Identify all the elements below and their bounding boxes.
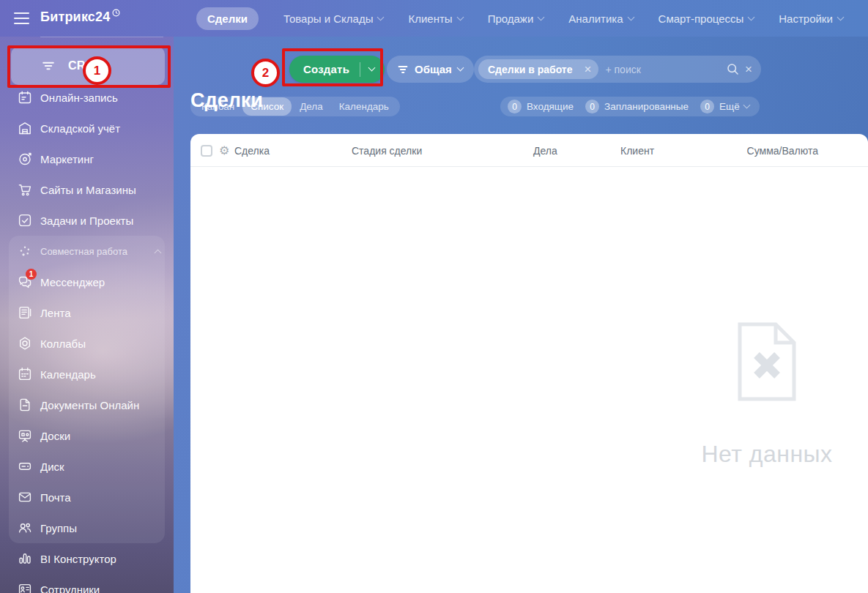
sidebar-item-mail[interactable]: Почта xyxy=(0,482,174,512)
funnel-icon xyxy=(40,58,57,74)
calendar-icon xyxy=(16,365,34,383)
filter-chip[interactable]: Сделки в работе × xyxy=(478,59,598,79)
sidebar-menu: Онлайн-запись Складской учёт Маркетинг С… xyxy=(0,82,174,593)
sidebar-item-inventory[interactable]: Складской учёт xyxy=(0,113,174,143)
funnel-selector-button[interactable]: Общая xyxy=(387,56,474,83)
funnel-icon xyxy=(397,64,409,75)
column-header-stage[interactable]: Стадия сделки xyxy=(352,134,422,167)
search-icon[interactable] xyxy=(727,63,739,75)
counter-planned[interactable]: 0 Запланированные xyxy=(585,100,689,113)
hamburger-menu-icon[interactable] xyxy=(14,12,29,24)
chevron-down-icon xyxy=(837,13,844,20)
target-icon xyxy=(16,150,34,168)
counter-badge: 0 xyxy=(585,100,599,113)
bitrix24-app: Битрикс24 Сделки Товары и Склады Клиенты… xyxy=(0,0,868,593)
empty-state: Нет данных xyxy=(661,321,868,468)
sidebar-section-collaboration[interactable]: Совместная работа xyxy=(0,236,174,266)
sidebar-item-sites-stores[interactable]: Сайты и Магазины xyxy=(0,174,174,205)
tab-activities[interactable]: Дела xyxy=(292,97,331,116)
chevron-down-icon xyxy=(748,13,755,20)
unread-count-badge: 1 xyxy=(26,269,37,280)
create-button[interactable]: Создать xyxy=(289,56,385,83)
sidebar-item-employees[interactable]: Сотрудники xyxy=(0,574,174,593)
sidebar-item-groups[interactable]: Группы xyxy=(0,512,174,543)
feed-icon xyxy=(16,304,34,321)
app-logo[interactable]: Битрикс24 xyxy=(40,10,118,25)
document-icon xyxy=(16,396,34,414)
chevron-down-icon xyxy=(627,13,634,20)
annotation-step2-number: 2 xyxy=(251,59,280,87)
sidebar-item-drive[interactable]: Диск xyxy=(0,451,174,482)
logo-text: Битрикс24 xyxy=(40,10,110,24)
sidebar-item-boards[interactable]: Доски xyxy=(0,420,174,451)
no-data-document-icon xyxy=(735,321,799,403)
column-header-client[interactable]: Клиент xyxy=(620,134,654,167)
empty-state-text: Нет данных xyxy=(661,441,868,468)
counters-group: 0 Входящие 0 Запланированные 0 Ещё xyxy=(500,97,760,116)
chevron-down-icon xyxy=(743,102,750,109)
counter-badge: 0 xyxy=(700,100,714,113)
counter-incoming[interactable]: 0 Входящие xyxy=(508,100,574,113)
calendar-clock-icon xyxy=(16,89,34,106)
chevron-down-icon xyxy=(456,64,464,72)
sidebar-item-collabs[interactable]: Коллабы xyxy=(0,328,174,359)
column-header-deal[interactable]: Сделка xyxy=(234,134,270,167)
hexagon-icon xyxy=(16,335,34,352)
sidebar-item-online-booking[interactable]: Онлайн-запись xyxy=(0,82,174,113)
chevron-down-icon xyxy=(456,13,464,20)
clear-search-icon[interactable]: × xyxy=(745,63,752,75)
search-placeholder: + поиск xyxy=(605,64,727,75)
sidebar-item-calendar[interactable]: Календарь xyxy=(0,359,174,389)
filter-search-bar[interactable]: Сделки в работе × + поиск × xyxy=(474,56,761,83)
chevron-up-icon xyxy=(155,249,162,256)
deals-table: ⚙ Сделка Стадия сделки Дела Клиент Сумма… xyxy=(190,134,868,593)
top-nav: Сделки Товары и Склады Клиенты Продажи А… xyxy=(196,0,868,37)
chevron-down-icon xyxy=(538,13,545,20)
sidebar-item-messenger[interactable]: 1 Мессенджер xyxy=(0,266,174,297)
sidebar-item-bi-builder[interactable]: BI Конструктор xyxy=(0,543,174,574)
id-card-icon xyxy=(16,581,34,593)
topbar: Битрикс24 Сделки Товары и Склады Клиенты… xyxy=(0,0,868,37)
drive-icon xyxy=(16,458,34,475)
select-all-checkbox[interactable] xyxy=(201,134,212,167)
nav-smart-processes[interactable]: Смарт-процессы xyxy=(659,12,754,25)
column-header-activity[interactable]: Дела xyxy=(533,134,557,167)
cart-icon xyxy=(16,181,34,198)
dots-circle-icon xyxy=(16,242,34,260)
create-dropdown-arrow[interactable] xyxy=(360,68,385,70)
tab-list[interactable]: Список xyxy=(242,97,292,116)
nav-deals[interactable]: Сделки xyxy=(196,7,259,30)
sidebar-item-online-documents[interactable]: Документы Онлайн xyxy=(0,389,174,420)
mail-icon xyxy=(16,488,34,506)
checkbox-icon xyxy=(16,212,34,229)
column-header-amount[interactable]: Сумма/Валюта xyxy=(747,134,818,167)
annotation-step1-number: 1 xyxy=(83,56,111,85)
people-icon xyxy=(16,519,34,537)
view-tabs: Канбан Список Дела Календарь xyxy=(190,97,400,116)
nav-products-warehouses[interactable]: Товары и Склады xyxy=(283,12,384,25)
chevron-down-icon xyxy=(377,13,385,20)
sidebar-item-feed[interactable]: Лента xyxy=(0,297,174,328)
tab-kanban[interactable]: Канбан xyxy=(193,97,242,116)
nav-analytics[interactable]: Аналитика xyxy=(568,12,633,25)
clock-icon xyxy=(112,5,120,20)
nav-settings[interactable]: Настройки xyxy=(779,12,843,25)
sidebar-item-marketing[interactable]: Маркетинг xyxy=(0,143,174,174)
board-icon xyxy=(16,427,34,444)
remove-filter-icon[interactable]: × xyxy=(585,63,592,75)
nav-sales[interactable]: Продажи xyxy=(488,12,544,25)
sidebar-item-tasks-projects[interactable]: Задачи и Проекты xyxy=(0,205,174,236)
sidebar: CRM Онлайн-запись Складской учёт Маркети… xyxy=(0,37,174,593)
chat-icon: 1 xyxy=(16,273,34,291)
bar-chart-icon xyxy=(16,550,34,567)
counter-badge: 0 xyxy=(508,100,522,113)
table-header-row: ⚙ Сделка Стадия сделки Дела Клиент Сумма… xyxy=(190,134,868,167)
tab-calendar[interactable]: Календарь xyxy=(331,97,397,116)
gear-icon[interactable]: ⚙ xyxy=(219,134,229,167)
nav-clients[interactable]: Клиенты xyxy=(408,12,462,25)
warehouse-icon xyxy=(16,119,34,137)
counter-more[interactable]: 0 Ещё xyxy=(700,100,749,113)
main-content: Сделки Создать Общая Сделки в работе × +… xyxy=(174,37,868,593)
